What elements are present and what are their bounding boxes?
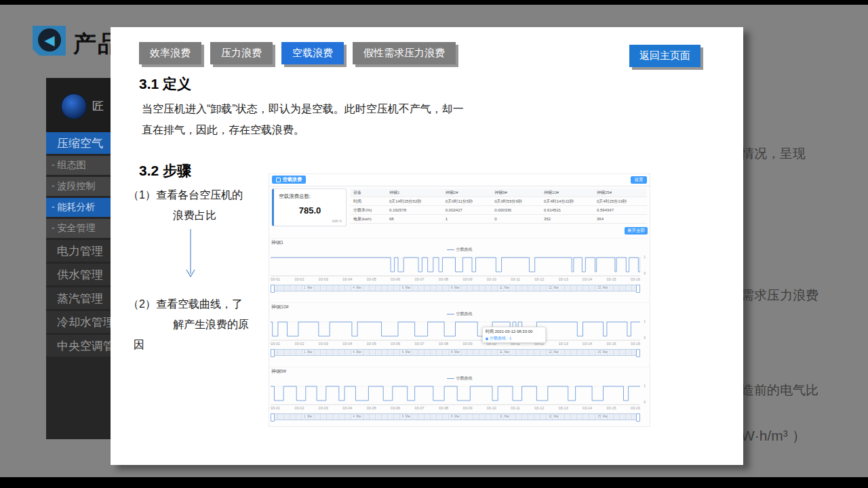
x-axis-labels: 03-0103-0203-0303-0403-0503-0603-0703-08… bbox=[271, 406, 640, 410]
line-chart-plot[interactable]: 10 bbox=[271, 253, 640, 277]
table-row: 电量(kwh)6810352364 bbox=[351, 215, 647, 224]
slider-mini-label: 8. Mar bbox=[450, 286, 460, 289]
chart-section: 神钢10#空载曲线1003-0103-0203-0303-0403-0503-0… bbox=[269, 302, 650, 365]
back-to-main-button[interactable]: 返回主页面 bbox=[629, 45, 701, 67]
chart-device-label: 神钢9# bbox=[271, 368, 286, 375]
slider-handle-left[interactable] bbox=[271, 413, 275, 422]
tab-waste-type[interactable]: 空载浪费 bbox=[281, 42, 344, 64]
step2-line1: （2）查看空载曲线，了 bbox=[128, 294, 249, 314]
total-card-label: 空载浪费总数: bbox=[279, 193, 311, 200]
slider-mini-label: 11. Mar bbox=[498, 286, 510, 289]
x-tick-label: 03-04 bbox=[342, 277, 352, 281]
x-tick-label: 03-10 bbox=[487, 277, 496, 281]
step2-line3: 因 bbox=[128, 335, 249, 355]
x-tick-label: 03-16 bbox=[631, 406, 640, 410]
slider-mini-label: 12. Mar bbox=[548, 415, 559, 418]
table-header-cell: 神钢25# bbox=[594, 188, 647, 197]
table-cell: 0.594347 bbox=[594, 206, 647, 215]
table-row: 空载率(%)0.1925780.0024270.0003360.6145210.… bbox=[351, 206, 647, 215]
table-cell: 1 bbox=[443, 215, 492, 224]
definition-body: 当空压机进入“卸载”状态，即认为是空载。此时空压机不产气，却一 直在排气，因此，… bbox=[142, 98, 501, 140]
chart-legend[interactable]: 空载曲线 bbox=[269, 311, 650, 317]
tab-waste-type[interactable]: 假性需求压力浪费 bbox=[353, 42, 456, 64]
x-tick-label: 03-07 bbox=[415, 342, 425, 346]
tooltip-time: 时间 2021-03-12 08:33:00 bbox=[486, 329, 542, 335]
dashboard-topbar: 空载浪费 设置 bbox=[269, 174, 650, 186]
total-card-unit: kW·h bbox=[332, 219, 342, 223]
x-tick-label: 03-12 bbox=[534, 277, 544, 281]
slider-handle-right[interactable] bbox=[636, 413, 640, 422]
table-header-cell: 神钢2# bbox=[443, 188, 492, 197]
tab-waste-type[interactable]: 效率浪费 bbox=[139, 42, 201, 64]
step-1: （1）查看各台空压机的 浪费占比 bbox=[128, 185, 243, 226]
x-tick-label: 03-09 bbox=[462, 406, 472, 410]
table-row: 时间0天14时25分52秒0天0时11分5秒0天0时55分9秒0天4时14分22… bbox=[351, 197, 647, 206]
chart-device-label: 神钢10# bbox=[271, 304, 289, 310]
x-tick-label: 03-05 bbox=[367, 342, 376, 346]
datazoom-slider[interactable]: 1. Mar4. Mar6. Mar8. Mar11. Mar12. Mar15… bbox=[271, 349, 640, 356]
tab-waste-type[interactable]: 压力浪费 bbox=[210, 42, 273, 64]
y-axis-max-label: 1 bbox=[644, 319, 646, 323]
table-cell: 0天0时55分9秒 bbox=[492, 197, 541, 206]
datazoom-slider[interactable]: 1. Mar4. Mar6. Mar8. Mar11. Mar12. Mar15… bbox=[271, 413, 640, 420]
background-clipped-text: 情况，呈现 bbox=[741, 145, 806, 163]
x-tick-label: 03-03 bbox=[319, 406, 328, 410]
settings-button[interactable]: 设置 bbox=[631, 176, 647, 184]
x-tick-label: 03-03 bbox=[319, 342, 328, 346]
table-cell: 时间 bbox=[351, 197, 387, 206]
expand-all-button[interactable]: 展开全部 bbox=[625, 227, 648, 235]
total-waste-card: 空载浪费总数: 785.0 kW·h bbox=[272, 188, 347, 226]
x-tick-label: 03-09 bbox=[462, 277, 472, 281]
slider-mini-label: 12. Mar bbox=[548, 350, 559, 354]
slider-mini-label: 12. Mar bbox=[548, 286, 559, 289]
slider-mini-label: 15. Mar bbox=[597, 286, 608, 289]
chart-section: 神钢9#空载曲线1003-0103-0203-0303-0403-0503-06… bbox=[269, 367, 650, 427]
x-tick-label: 03-16 bbox=[631, 277, 640, 281]
y-axis-min-label: 0 bbox=[644, 271, 646, 275]
chart-tooltip: 时间 2021-03-12 08:33:00空载曲线 : 1 bbox=[482, 327, 546, 343]
table-cell: 电量(kwh) bbox=[351, 215, 387, 224]
legend-label: 空载曲线 bbox=[456, 375, 473, 382]
background-clipped-text: 需求压力浪费 bbox=[741, 287, 818, 304]
panel-title: 空载浪费 bbox=[283, 176, 302, 183]
dashboard-screenshot: 空载浪费 设置 空载浪费总数: 785.0 kW·h 设备神钢1神钢2#神钢9#… bbox=[269, 174, 650, 427]
slider-mini-label: 15. Mar bbox=[597, 415, 608, 418]
x-tick-label: 03-06 bbox=[391, 277, 400, 281]
table-cell: 364 bbox=[594, 215, 647, 224]
table-header-cell: 神钢10# bbox=[541, 188, 594, 197]
x-tick-label: 03-08 bbox=[439, 406, 448, 410]
top-black-bar bbox=[0, 0, 868, 5]
overlay-panel: 效率浪费压力浪费空载浪费假性需求压力浪费 返回主页面 3.1 定义 当空压机进入… bbox=[111, 27, 743, 465]
datazoom-slider[interactable]: 1. Mar4. Mar6. Mar8. Mar11. Mar12. Mar15… bbox=[271, 285, 640, 291]
x-tick-label: 03-02 bbox=[294, 277, 304, 281]
legend-line-icon bbox=[447, 249, 454, 250]
table-header-cell: 设备 bbox=[351, 188, 387, 197]
table-cell: 352 bbox=[541, 215, 594, 224]
step-2: （2）查看空载曲线，了 解产生浪费的原 因 bbox=[128, 294, 249, 355]
slider-mini-label: 1. Mar bbox=[303, 350, 313, 354]
slider-mini-label: 8. Mar bbox=[450, 415, 460, 418]
x-tick-label: 03-14 bbox=[583, 342, 592, 346]
x-tick-label: 03-06 bbox=[391, 342, 400, 346]
table-header-cell: 神钢9# bbox=[492, 188, 541, 197]
line-chart-plot[interactable]: 10 bbox=[271, 318, 640, 341]
slider-handle-right[interactable] bbox=[636, 349, 640, 357]
chart-legend[interactable]: 空载曲线 bbox=[269, 375, 650, 382]
x-axis-labels: 03-0103-0203-0303-0403-0503-0603-0703-08… bbox=[271, 342, 640, 346]
chart-legend[interactable]: 空载曲线 bbox=[269, 247, 650, 253]
slider-handle-left[interactable] bbox=[271, 285, 275, 293]
app-logo-badge: ◀ bbox=[33, 26, 66, 56]
table-cell: 0.000336 bbox=[492, 206, 541, 215]
x-tick-label: 03-04 bbox=[342, 406, 352, 410]
line-chart-plot[interactable]: 10 bbox=[271, 382, 640, 405]
x-tick-label: 03-12 bbox=[534, 406, 544, 410]
x-tick-label: 03-14 bbox=[583, 406, 592, 410]
slider-handle-left[interactable] bbox=[271, 349, 275, 357]
slider-handle-right[interactable] bbox=[636, 285, 640, 293]
table-cell: 0天0时11分5秒 bbox=[443, 197, 492, 206]
x-tick-label: 03-15 bbox=[607, 277, 616, 281]
slider-mini-label: 8. Mar bbox=[450, 350, 460, 354]
step2-line2: 解产生浪费的原 bbox=[128, 314, 249, 335]
definition-line2: 直在排气，因此，存在空载浪费。 bbox=[142, 119, 501, 140]
x-tick-label: 03-15 bbox=[607, 342, 616, 346]
